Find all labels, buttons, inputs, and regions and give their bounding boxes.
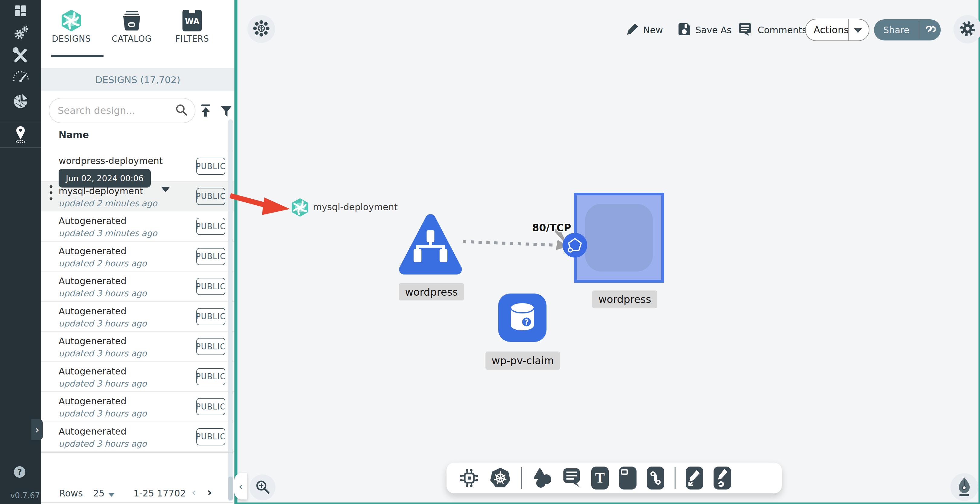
k8s-service-triangle-icon[interactable] <box>399 211 462 277</box>
configuration-tools-icon[interactable] <box>0 47 41 64</box>
kubernetes-icon[interactable] <box>489 467 511 489</box>
designs-list: wordpress-deployment PUBLIC mysql-deploy… <box>41 151 234 452</box>
design-updated: updated 2 hours ago <box>59 259 147 269</box>
gear-icon <box>959 20 976 38</box>
new-icon[interactable] <box>626 22 640 37</box>
filter-funnel-icon[interactable] <box>220 105 232 118</box>
note-tool-icon[interactable] <box>619 467 636 490</box>
row-menu-kebab-icon[interactable] <box>49 184 53 203</box>
collapse-panel-button[interactable]: ‹ <box>234 473 247 499</box>
copy-link-icon[interactable] <box>924 24 935 37</box>
designs-panel: DESIGNS CATALOG WA FILTERS DESIGNS (17,7… <box>41 0 234 504</box>
k8s-deployment-inner <box>585 204 653 272</box>
tab-filters[interactable]: WA FILTERS <box>168 8 216 44</box>
prev-page-button[interactable]: ‹ <box>191 486 196 499</box>
dashboard-icon[interactable] <box>0 4 41 19</box>
design-name: Autogenerated <box>59 246 127 256</box>
wasm-filter-icon: WA <box>168 8 216 34</box>
wa-glyph: WA <box>183 17 202 26</box>
design-canvas[interactable]: New Save As Comments Actions Share <box>234 0 980 504</box>
visibility-badge: PUBLIC <box>196 368 225 385</box>
settings-button[interactable] <box>953 15 980 43</box>
table-row[interactable]: Autogenerated updated 3 minutes ago PUBL… <box>41 211 234 242</box>
pvc-node[interactable]: ? <box>498 294 546 343</box>
table-row[interactable]: Autogenerated updated 3 hours ago PUBLIC <box>41 362 234 392</box>
visibility-badge: PUBLIC <box>196 157 225 175</box>
list-scrollbar-track[interactable] <box>228 119 233 501</box>
active-tab-underline <box>51 55 103 57</box>
comments-button[interactable]: Comments <box>758 25 807 35</box>
table-row[interactable]: Autogenerated updated 3 hours ago PUBLIC <box>41 392 234 422</box>
design-updated: updated 3 hours ago <box>59 348 147 358</box>
rows-per-page-caret-icon[interactable] <box>108 493 115 497</box>
doodle-pencil-icon[interactable] <box>714 467 731 490</box>
app-version: v0.7.67 <box>9 491 41 500</box>
search-box[interactable] <box>49 98 196 123</box>
edge-port-label[interactable]: 80/TCP <box>532 222 571 234</box>
search-icon[interactable] <box>175 103 188 118</box>
table-row[interactable]: Autogenerated updated 3 hours ago PUBLIC <box>41 332 234 362</box>
lifecycle-gears-icon[interactable] <box>0 24 41 42</box>
extensions-pie-icon[interactable] <box>0 92 41 110</box>
design-updated: updated 3 hours ago <box>59 379 147 389</box>
design-name: Autogenerated <box>59 306 127 316</box>
table-row[interactable]: Autogenerated updated 3 hours ago PUBLIC <box>41 302 234 332</box>
service-node-label[interactable]: wordpress <box>399 283 464 300</box>
pvc-node-label[interactable]: wp-pv-claim <box>485 351 560 370</box>
edge-pen-icon[interactable] <box>686 467 703 490</box>
footer-divider <box>41 452 233 453</box>
new-button[interactable]: New <box>643 25 663 35</box>
canvas-dock-toolbar: T <box>447 463 782 493</box>
upload-design-icon[interactable] <box>199 104 213 119</box>
expand-sidebar-button[interactable]: › <box>32 419 43 440</box>
next-page-button[interactable]: › <box>207 486 212 499</box>
annotation-bubble-icon[interactable] <box>563 468 581 488</box>
performance-gauge-icon[interactable] <box>0 69 41 83</box>
share-button[interactable]: Share <box>874 19 941 40</box>
text-tool-glyph: T <box>595 471 605 486</box>
list-scrollbar-thumb[interactable] <box>228 477 233 500</box>
left-nav-rail: › ? v0.7.67 <box>0 0 41 504</box>
actions-button[interactable]: Actions <box>805 19 869 41</box>
panel-bottom-divider <box>41 502 233 503</box>
pagination-range: 1-25 17702 <box>134 488 186 499</box>
red-annotation-arrow <box>225 185 294 219</box>
comments-icon[interactable] <box>738 22 752 38</box>
link-tool-icon[interactable] <box>647 467 664 490</box>
tab-catalog[interactable]: CATALOG <box>108 8 156 44</box>
share-divider <box>919 21 919 39</box>
design-pen-button[interactable] <box>950 473 978 501</box>
save-as-icon[interactable] <box>677 22 691 37</box>
k8s-pod-pentagon-badge[interactable] <box>563 233 587 259</box>
save-as-button[interactable]: Save As <box>695 25 731 35</box>
deployment-node-label[interactable]: wordpress <box>592 291 657 308</box>
help-button[interactable]: ? <box>14 466 25 478</box>
text-tool-icon[interactable]: T <box>591 467 609 490</box>
shapes-icon[interactable] <box>533 467 552 489</box>
zoom-in-icon <box>255 479 270 496</box>
table-row[interactable]: Autogenerated updated 2 hours ago PUBLIC <box>41 242 234 272</box>
tooltip-caret <box>161 187 170 192</box>
actions-caret-icon[interactable] <box>854 29 862 33</box>
design-updated: updated 3 hours ago <box>59 288 147 298</box>
pvc-question-badge: ? <box>525 318 529 326</box>
search-input[interactable] <box>58 105 172 116</box>
visibility-badge: PUBLIC <box>196 218 225 235</box>
table-row[interactable]: Autogenerated updated 3 hours ago PUBLIC <box>41 422 234 452</box>
k8s-deployment-node[interactable] <box>574 193 664 283</box>
mesh-overview-button[interactable] <box>247 15 275 43</box>
collapse-chevron-icon: ‹ <box>239 480 243 493</box>
visibility-badge: PUBLIC <box>196 188 225 205</box>
tab-designs[interactable]: DESIGNS <box>47 8 95 44</box>
updated-tooltip: Jun 02, 2024 00:06 <box>59 169 151 188</box>
design-name: Autogenerated <box>59 366 127 377</box>
share-label: Share <box>874 19 919 40</box>
zoom-in-button[interactable] <box>250 474 275 500</box>
tab-filters-label: FILTERS <box>168 34 216 44</box>
design-updated: updated 3 hours ago <box>59 319 147 329</box>
kanvas-pin-icon[interactable] <box>0 125 41 144</box>
table-row[interactable]: Autogenerated updated 3 hours ago PUBLIC <box>41 272 234 302</box>
mysql-deployment-label[interactable]: mysql-deployment <box>313 202 398 212</box>
rows-per-page-value[interactable]: 25 <box>93 488 105 499</box>
component-chip-icon[interactable] <box>459 468 479 488</box>
